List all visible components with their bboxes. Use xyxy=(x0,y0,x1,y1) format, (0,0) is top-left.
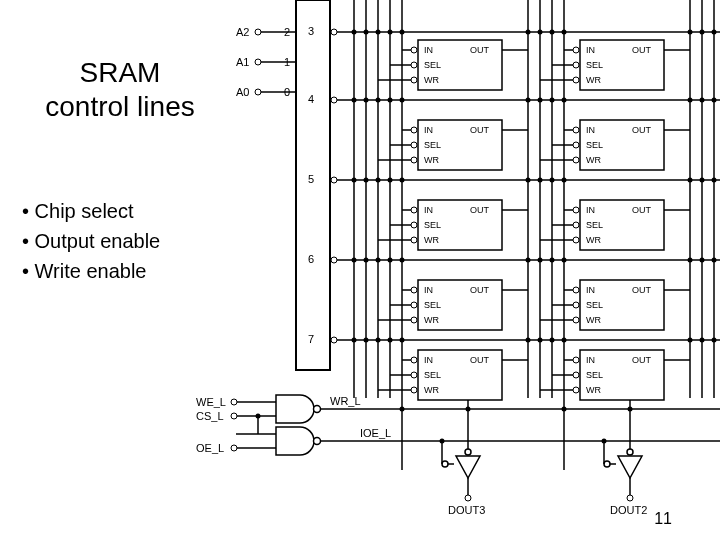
label-wr: WR_L xyxy=(330,395,361,407)
row5-label: 5 xyxy=(308,173,314,185)
svg-point-94 xyxy=(526,338,531,343)
svg-point-161 xyxy=(628,407,633,412)
svg-point-16 xyxy=(255,29,261,35)
cell-r6-c1 xyxy=(411,280,502,330)
svg-point-93 xyxy=(400,338,405,343)
svg-point-83 xyxy=(538,258,543,263)
cell-r4-c1 xyxy=(411,120,502,170)
svg-point-53 xyxy=(352,98,357,103)
svg-point-19 xyxy=(331,29,337,35)
svg-point-77 xyxy=(352,258,357,263)
svg-point-48 xyxy=(550,30,555,35)
svg-point-90 xyxy=(364,338,369,343)
svg-point-18 xyxy=(255,89,261,95)
svg-point-57 xyxy=(400,98,405,103)
svg-point-97 xyxy=(562,338,567,343)
svg-point-75 xyxy=(700,178,705,183)
cell-r7-c1 xyxy=(411,350,502,400)
svg-point-61 xyxy=(562,98,567,103)
vertical-bus-mid xyxy=(528,0,564,470)
svg-point-91 xyxy=(376,338,381,343)
svg-point-86 xyxy=(688,258,693,263)
svg-point-47 xyxy=(538,30,543,35)
svg-point-73 xyxy=(562,178,567,183)
row6-label: 6 xyxy=(308,253,314,265)
svg-point-85 xyxy=(562,258,567,263)
svg-point-149 xyxy=(231,445,237,451)
svg-point-62 xyxy=(688,98,693,103)
control-gates: WE_L CS_L OE_L WR_L IOE_L xyxy=(196,395,720,455)
label-oe: OE_L xyxy=(196,442,224,454)
svg-point-67 xyxy=(376,178,381,183)
svg-point-148 xyxy=(231,413,237,419)
svg-point-46 xyxy=(526,30,531,35)
label-a2: A2 xyxy=(236,26,249,38)
svg-point-87 xyxy=(700,258,705,263)
svg-point-56 xyxy=(388,98,393,103)
row3-label: 3 xyxy=(308,25,314,37)
cell-r3-c1 xyxy=(411,40,502,90)
cell-r3-c2 xyxy=(573,40,664,90)
nand-wr xyxy=(276,395,321,423)
svg-point-157 xyxy=(465,495,471,501)
svg-point-54 xyxy=(364,98,369,103)
label-dout2: DOUT2 xyxy=(610,504,647,516)
sram-diagram: IN SEL WR OUT A2 A1 A0 2 1 0 xyxy=(0,0,720,540)
svg-point-49 xyxy=(562,30,567,35)
cell-r7-c2 xyxy=(573,350,664,400)
label-we: WE_L xyxy=(196,396,226,408)
svg-point-41 xyxy=(352,30,357,35)
svg-point-92 xyxy=(388,338,393,343)
svg-point-44 xyxy=(388,30,393,35)
svg-point-155 xyxy=(466,407,471,412)
label-a0n: 0 xyxy=(284,86,290,98)
svg-point-152 xyxy=(400,407,405,412)
buffer-dout2 xyxy=(604,449,642,478)
svg-point-59 xyxy=(538,98,543,103)
svg-point-23 xyxy=(331,177,337,183)
row7-label: 7 xyxy=(308,333,314,345)
label-a0: A0 xyxy=(236,86,249,98)
svg-point-50 xyxy=(688,30,693,35)
svg-point-163 xyxy=(627,495,633,501)
svg-point-153 xyxy=(562,407,567,412)
svg-point-52 xyxy=(712,30,717,35)
svg-point-71 xyxy=(538,178,543,183)
svg-point-82 xyxy=(526,258,531,263)
svg-point-21 xyxy=(331,97,337,103)
svg-point-159 xyxy=(440,439,445,444)
svg-point-27 xyxy=(331,337,337,343)
svg-point-72 xyxy=(550,178,555,183)
svg-point-66 xyxy=(364,178,369,183)
svg-point-64 xyxy=(712,98,717,103)
svg-point-58 xyxy=(526,98,531,103)
label-a1: A1 xyxy=(236,56,249,68)
svg-point-88 xyxy=(712,258,717,263)
svg-point-84 xyxy=(550,258,555,263)
label-dout3: DOUT3 xyxy=(448,504,485,516)
svg-point-98 xyxy=(688,338,693,343)
svg-point-65 xyxy=(352,178,357,183)
svg-point-55 xyxy=(376,98,381,103)
svg-point-43 xyxy=(376,30,381,35)
svg-point-78 xyxy=(364,258,369,263)
label-cs: CS_L xyxy=(196,410,224,422)
label-ioe: IOE_L xyxy=(360,427,391,439)
address-inputs: A2 A1 A0 2 1 0 xyxy=(236,26,296,98)
svg-point-63 xyxy=(700,98,705,103)
svg-point-165 xyxy=(602,439,607,444)
cell-r6-c2 xyxy=(573,280,664,330)
buffer-dout3 xyxy=(442,449,480,478)
row4-label: 4 xyxy=(308,93,314,105)
label-a2n: 2 xyxy=(284,26,290,38)
svg-point-69 xyxy=(400,178,405,183)
svg-point-95 xyxy=(538,338,543,343)
cell-r4-c2 xyxy=(573,120,664,170)
nand-ioe xyxy=(276,427,321,455)
svg-point-80 xyxy=(388,258,393,263)
svg-point-74 xyxy=(688,178,693,183)
vertical-bus-left xyxy=(354,0,402,470)
svg-point-96 xyxy=(550,338,555,343)
svg-point-70 xyxy=(526,178,531,183)
svg-point-60 xyxy=(550,98,555,103)
